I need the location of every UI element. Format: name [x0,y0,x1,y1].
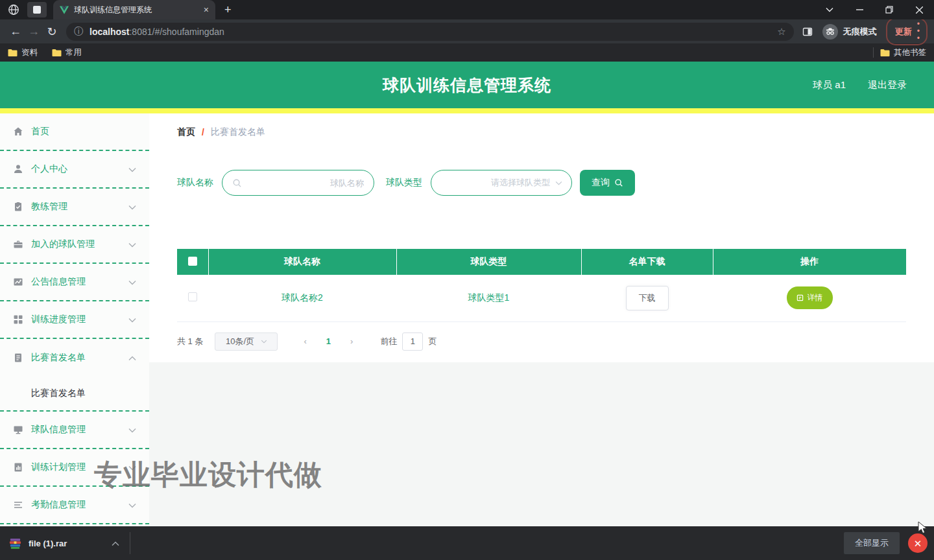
download-bar: file (1).rar 全部显示 ✕ [0,526,934,560]
page-info-icon[interactable]: ⓘ [74,26,83,38]
sidebar-item-joined-teams[interactable]: 加入的球队管理 [0,226,149,264]
pinned-tab-icon[interactable] [27,2,47,18]
active-tab[interactable]: 球队训练信息管理系统 × [53,0,215,19]
show-all-button[interactable]: 全部显示 [844,532,900,554]
folder-icon [880,49,890,57]
sidebar-item-label: 公告信息管理 [31,276,86,288]
app-header: 球队训练信息管理系统 球员 a1 退出登录 [0,62,934,108]
download-item[interactable]: file (1).rar [9,537,119,550]
divider [873,47,874,58]
next-page-icon[interactable]: › [340,336,363,346]
sidebar-item-label: 教练管理 [31,201,67,213]
sidebar-item-label: 比赛首发名单 [31,352,86,364]
browser-tab-bar: 球队训练信息管理系统 × + [0,0,934,19]
sidebar-item-label: 加入的球队管理 [31,239,95,250]
chevron-up-icon[interactable] [112,539,119,548]
menu-dots-icon[interactable]: ••• [917,21,920,41]
forward-icon[interactable]: → [25,23,43,41]
list-icon [13,500,23,510]
content-spacer [149,362,934,527]
select-all-checkbox[interactable] [188,257,197,266]
sidebar-item-attendance[interactable]: 考勤信息管理 [0,487,149,524]
cell-team-type: 球队类型1 [396,275,581,321]
new-tab-button[interactable]: + [224,3,232,17]
select-all-cell [177,249,208,275]
sidebar-item-team-info[interactable]: 球队信息管理 [0,412,149,449]
back-icon[interactable]: ← [6,23,25,41]
folder-icon [8,49,18,57]
logout-link[interactable]: 退出登录 [868,79,907,91]
cell-team-name: 球队名称2 [208,275,396,321]
folder-icon [52,49,62,57]
team-type-select[interactable]: 请选择球队类型 [431,170,572,196]
row-select-cell [177,275,208,321]
pagination: 共 1 条 10条/页 ‹ 1 › 前往 页 [177,332,906,351]
other-bookmarks[interactable]: 其他书签 [880,47,926,58]
side-panel-icon[interactable] [799,23,816,40]
chevron-down-icon [128,202,136,212]
sidebar-item-home[interactable]: 首页 [0,113,149,151]
user-icon [13,164,23,174]
bookmark-star-icon[interactable]: ☆ [777,26,785,38]
image-icon [13,277,23,287]
breadcrumb-current: 比赛首发名单 [211,126,265,138]
sidebar-item-label: 首页 [31,126,49,137]
detail-icon [796,294,804,301]
sidebar-item-label: 训练计划管理 [31,461,86,473]
current-page-number[interactable]: 1 [317,336,340,346]
tab-search-icon[interactable] [815,0,844,19]
chevron-down-icon [128,425,136,435]
sidebar-item-personal-center[interactable]: 个人中心 [0,151,149,189]
address-bar: ← → ↻ ⓘ localhost:8081/#/shoufamingdan ☆… [0,19,934,43]
sidebar-item-training-progress[interactable]: 训练进度管理 [0,301,149,339]
cell-actions: 详情 [713,275,906,321]
globe-icon[interactable] [5,3,22,17]
download-button[interactable]: 下载 [626,286,669,310]
search-icon [614,178,623,187]
team-type-placeholder: 请选择球队类型 [491,177,550,189]
col-header-team-type: 球队类型 [396,249,581,275]
close-window-button[interactable] [904,0,934,19]
team-type-label: 球队类型 [386,177,422,189]
main-panel: 球队名称 球队类型 请选择球队类型 查询 [149,150,934,362]
prev-page-icon[interactable]: ‹ [293,336,317,346]
goto-page-input[interactable] [402,332,423,351]
chevron-down-icon [128,462,136,472]
query-button[interactable]: 查询 [580,170,635,196]
chevron-down-icon [128,500,136,510]
close-download-bar-button[interactable]: ✕ [908,533,928,553]
bookmark-folder-2[interactable]: 常用 [52,47,82,58]
reload-icon[interactable]: ↻ [43,23,61,41]
detail-button[interactable]: 详情 [787,286,833,309]
url-field[interactable]: ⓘ localhost:8081/#/shoufamingdan ☆ [66,23,794,41]
breadcrumb-home[interactable]: 首页 [177,126,195,138]
header-accent-strip [0,108,934,113]
incognito-label: 无痕模式 [843,26,877,38]
chevron-up-icon [128,353,136,363]
col-header-actions: 操作 [713,249,906,275]
sidebar-item-match-lineup[interactable]: 比赛首发名单 [0,339,149,377]
query-button-label: 查询 [592,177,610,189]
tab-close-icon[interactable]: × [204,5,209,14]
team-name-input[interactable] [242,178,364,188]
sidebar-item-coach-mgmt[interactable]: 教练管理 [0,189,149,226]
minimize-button[interactable] [844,0,874,19]
chevron-down-icon [555,181,562,185]
row-checkbox[interactable] [188,292,197,301]
sidebar-item-training-plan[interactable]: 训练计划管理 [0,449,149,487]
bookmark-folder-1[interactable]: 资料 [8,47,38,58]
update-button[interactable]: 更新 ••• [886,18,928,45]
search-icon [232,178,242,188]
clipboard-icon [13,202,23,212]
other-bookmarks-label: 其他书签 [894,47,926,58]
vue-favicon [60,6,69,14]
page-size-select[interactable]: 10条/页 [215,332,278,351]
restore-button[interactable] [874,0,904,19]
sidebar-subitem-match-lineup[interactable]: 比赛首发名单 [0,377,149,410]
chevron-down-icon [128,314,136,325]
chevron-down-icon [128,239,136,250]
table-row: 球队名称2 球队类型1 下载 详情 [177,275,906,321]
briefcase-icon [13,239,23,250]
goto-prefix: 前往 [380,336,397,347]
sidebar-item-announcement-mgmt[interactable]: 公告信息管理 [0,264,149,301]
